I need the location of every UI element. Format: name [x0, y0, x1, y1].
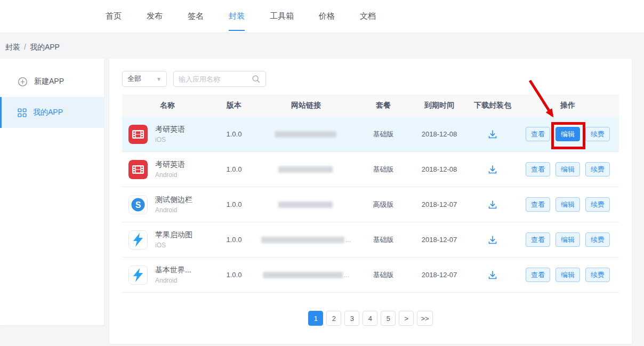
plus-circle-icon [18, 77, 28, 87]
last-page-button[interactable]: >> [417, 311, 432, 326]
app-plan: 基础版 [357, 130, 410, 139]
table-row: 苹果启动图 iOS 1.0.0 ███████████████████████.… [122, 222, 619, 258]
search-input[interactable] [179, 75, 251, 83]
app-link: █████████████████ [255, 131, 357, 138]
app-table: 名称 版本 网站链接 套餐 到期时间 下载封装包 操作 考研英语 iOS 1.0… [122, 94, 619, 293]
download-package-button[interactable] [469, 129, 517, 140]
app-plan: 高级版 [357, 200, 410, 210]
col-header-expiry: 到期时间 [410, 101, 469, 110]
app-platform: Android [155, 277, 191, 284]
app-platform: Android [155, 171, 185, 179]
nav-item-package[interactable]: 封装 [229, 0, 245, 33]
download-package-button[interactable] [469, 199, 517, 210]
view-button[interactable]: 查看 [526, 232, 550, 247]
nav-item-pricing[interactable]: 价格 [319, 0, 335, 33]
download-package-button[interactable] [469, 270, 517, 280]
edit-button[interactable]: 编辑 [556, 268, 580, 282]
breadcrumb-separator: / [24, 43, 26, 51]
nav-item-home[interactable]: 首页 [106, 0, 122, 33]
app-expiry: 2018-12-07 [410, 271, 469, 279]
renew-button[interactable]: 续费 [585, 127, 610, 141]
nav-item-publish[interactable]: 发布 [147, 0, 163, 33]
breadcrumb: 封装/我的APP [5, 43, 60, 52]
download-icon [487, 235, 498, 245]
edit-button[interactable]: 编辑 [556, 197, 580, 212]
edit-button[interactable]: 编辑 [556, 127, 580, 141]
sidebar-item-label: 新建APP [34, 77, 64, 86]
top-navigation: 首页 发布 签名 封装 工具箱 价格 文档 [0, 0, 644, 33]
app-version: 1.0.0 [213, 165, 255, 173]
app-platform: Android [155, 206, 192, 214]
page-button-4[interactable]: 4 [363, 311, 377, 326]
app-version: 1.0.0 [213, 130, 255, 138]
col-header-name: 名称 [122, 101, 213, 110]
app-version: 1.0.0 [213, 236, 255, 244]
table-row: 考研英语 iOS 1.0.0 █████████████████ 基础版 201… [122, 117, 619, 152]
page-button-2[interactable]: 2 [326, 311, 341, 326]
app-expiry: 2018-12-08 [410, 130, 469, 138]
table-row: S 测试侧边栏 Android 1.0.0 ███████████████ 高级… [122, 187, 619, 222]
breadcrumb-current: 我的APP [30, 43, 60, 51]
page-button-3[interactable]: 3 [344, 311, 359, 326]
app-version: 1.0.0 [213, 271, 255, 279]
app-plan: 基础版 [357, 165, 410, 174]
renew-button[interactable]: 续费 [585, 232, 610, 247]
breadcrumb-section[interactable]: 封装 [5, 43, 20, 51]
download-icon [487, 129, 498, 140]
app-name: 考研英语 [155, 125, 185, 134]
app-name: 苹果启动图 [155, 230, 192, 240]
app-platform: iOS [155, 242, 192, 249]
app-expiry: 2018-12-07 [410, 200, 469, 208]
renew-button[interactable]: 续费 [585, 162, 610, 176]
download-package-button[interactable] [469, 235, 517, 245]
filter-dropdown-value: 全部 [127, 74, 141, 84]
filter-dropdown[interactable]: 全部 ▼ [122, 71, 167, 87]
download-icon [487, 164, 498, 175]
app-plan: 基础版 [357, 270, 410, 280]
app-link: ███████████████ [255, 166, 357, 173]
app-name: 考研英语 [155, 160, 185, 170]
sidebar-item-my-app[interactable]: 我的APP [0, 97, 104, 128]
chevron-down-icon: ▼ [156, 76, 162, 82]
app-platform: iOS [155, 136, 185, 143]
col-header-actions: 操作 [517, 101, 619, 110]
app-link: ███████████████████████... [255, 236, 357, 244]
page-button-1[interactable]: 1 [308, 311, 323, 326]
col-header-plan: 套餐 [357, 101, 410, 110]
nav-item-sign[interactable]: 签名 [188, 0, 204, 33]
view-button[interactable]: 查看 [526, 162, 550, 176]
grid-icon [18, 108, 27, 117]
search-box [173, 71, 266, 87]
sidebar: 新建APP 我的APP [0, 59, 104, 325]
svg-text:S: S [135, 200, 141, 209]
download-package-button[interactable] [469, 164, 517, 175]
film-app-icon [128, 160, 148, 179]
renew-button[interactable]: 续费 [585, 197, 610, 212]
flash-app-icon [128, 230, 148, 250]
app-name: 测试侧边栏 [155, 195, 192, 205]
renew-button[interactable]: 续费 [585, 268, 610, 282]
film-app-icon [128, 125, 148, 144]
app-plan: 基础版 [357, 235, 410, 245]
nav-item-toolbox[interactable]: 工具箱 [270, 0, 294, 33]
col-header-version: 版本 [213, 101, 255, 110]
edit-button[interactable]: 编辑 [556, 232, 580, 247]
view-button[interactable]: 查看 [526, 197, 550, 212]
table-row: 考研英语 Android 1.0.0 ███████████████ 基础版 2… [122, 152, 619, 187]
app-name: 基本世界... [155, 265, 191, 275]
page-button-5[interactable]: 5 [381, 311, 396, 326]
flash-app-icon [128, 265, 148, 285]
app-version: 1.0.0 [213, 200, 255, 208]
download-icon [487, 270, 498, 280]
view-button[interactable]: 查看 [526, 268, 550, 282]
nav-item-docs[interactable]: 文档 [360, 0, 376, 33]
view-button[interactable]: 查看 [526, 127, 550, 141]
sidebar-item-new-app[interactable]: 新建APP [0, 66, 104, 97]
next-page-button[interactable]: > [399, 311, 414, 326]
toolbar: 全部 ▼ [122, 71, 266, 87]
pagination: 1 2 3 4 5 > >> [109, 311, 632, 326]
search-icon[interactable] [251, 74, 261, 84]
swirl-app-icon: S [128, 195, 148, 214]
edit-button[interactable]: 编辑 [556, 162, 580, 176]
app-list-panel: 全部 ▼ 名称 版本 网站链接 套餐 到期时间 下载封装包 操作 考研 [109, 59, 632, 344]
